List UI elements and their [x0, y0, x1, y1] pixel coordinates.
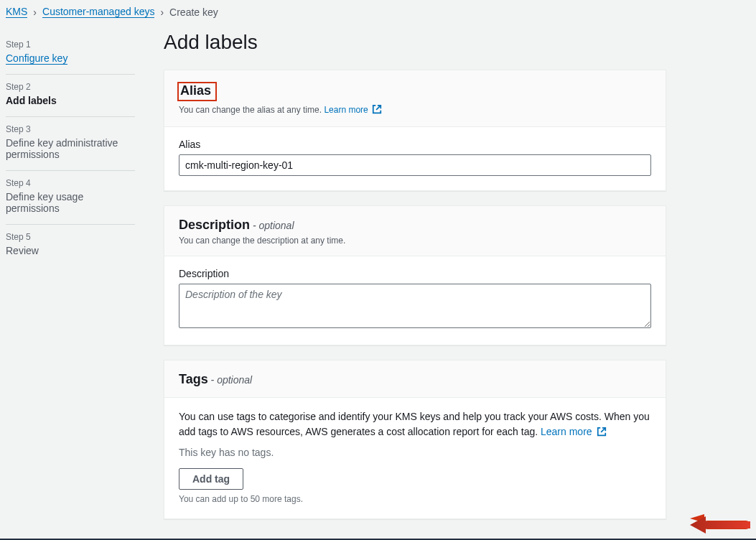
step-title: Review	[6, 245, 135, 256]
step-number: Step 2	[6, 82, 135, 92]
optional-label: - optional	[250, 220, 294, 231]
wizard-steps-sidebar: Step 1 Configure key Step 2 Add labels S…	[6, 25, 135, 540]
tags-empty-text: This key has no tags.	[179, 447, 651, 458]
main-content: Add labels Alias You can change the alia…	[164, 25, 666, 540]
description-heading-text: Description	[179, 218, 250, 232]
description-field-label: Description	[179, 268, 651, 279]
wizard-step-5: Step 5 Review	[6, 225, 135, 266]
breadcrumb-parent[interactable]: Customer-managed keys	[42, 6, 154, 18]
alias-input[interactable]	[179, 154, 651, 176]
optional-label: - optional	[208, 374, 252, 386]
external-link-icon	[372, 104, 382, 116]
wizard-step-3: Step 3 Define key administrative permiss…	[6, 117, 135, 171]
tags-card-body: You can use tags to categorise and ident…	[164, 398, 666, 518]
step-number: Step 4	[6, 178, 135, 188]
tags-hint: You can add up to 50 more tags.	[179, 494, 651, 504]
alias-subtext: You can change the alias at any time. Le…	[179, 104, 651, 116]
page-title: Add labels	[164, 31, 666, 54]
description-textarea[interactable]	[179, 284, 651, 328]
alias-card-body: Alias	[164, 127, 666, 190]
tags-card-header: Tags - optional	[164, 360, 666, 398]
wizard-step-1[interactable]: Step 1 Configure key	[6, 32, 135, 75]
learn-more-label: Learn more	[541, 426, 592, 437]
tags-heading-text: Tags	[179, 372, 208, 386]
step-title: Define key administrative permissions	[6, 137, 135, 160]
step-number: Step 5	[6, 232, 135, 242]
tags-heading: Tags - optional	[179, 372, 252, 386]
annotation-highlight: Alias	[177, 82, 217, 101]
breadcrumb-root[interactable]: KMS	[6, 6, 27, 18]
step-title: Add labels	[6, 95, 135, 106]
breadcrumb-current: Create key	[169, 6, 218, 18]
description-subtext: You can change the description at any ti…	[179, 236, 651, 246]
learn-more-link[interactable]: Learn more	[541, 426, 606, 437]
step-title[interactable]: Configure key	[6, 52, 67, 65]
alias-sub-text: You can change the alias at any time.	[179, 105, 322, 115]
chevron-right-icon: ›	[160, 6, 164, 18]
chevron-right-icon: ›	[33, 6, 37, 18]
wizard-step-4: Step 4 Define key usage permissions	[6, 171, 135, 225]
tags-body-text: You can use tags to categorise and ident…	[179, 409, 651, 441]
alias-card: Alias You can change the alias at any ti…	[164, 70, 666, 191]
description-card-header: Description - optional You can change th…	[164, 206, 666, 256]
learn-more-label: Learn more	[324, 105, 368, 115]
alias-card-header: Alias You can change the alias at any ti…	[164, 70, 666, 127]
add-tag-button[interactable]: Add tag	[179, 468, 243, 490]
step-number: Step 3	[6, 124, 135, 134]
description-card: Description - optional You can change th…	[164, 205, 666, 345]
tags-card: Tags - optional You can use tags to cate…	[164, 360, 666, 519]
step-number: Step 1	[6, 39, 135, 50]
breadcrumb: KMS › Customer-managed keys › Create key	[0, 0, 756, 25]
alias-field-label: Alias	[179, 139, 651, 150]
alias-heading: Alias	[180, 83, 211, 98]
step-title: Define key usage permissions	[6, 191, 135, 214]
description-heading: Description - optional	[179, 218, 294, 232]
wizard-step-2: Step 2 Add labels	[6, 75, 135, 117]
description-card-body: Description	[164, 256, 666, 345]
learn-more-link[interactable]: Learn more	[324, 105, 382, 115]
external-link-icon	[597, 426, 607, 441]
